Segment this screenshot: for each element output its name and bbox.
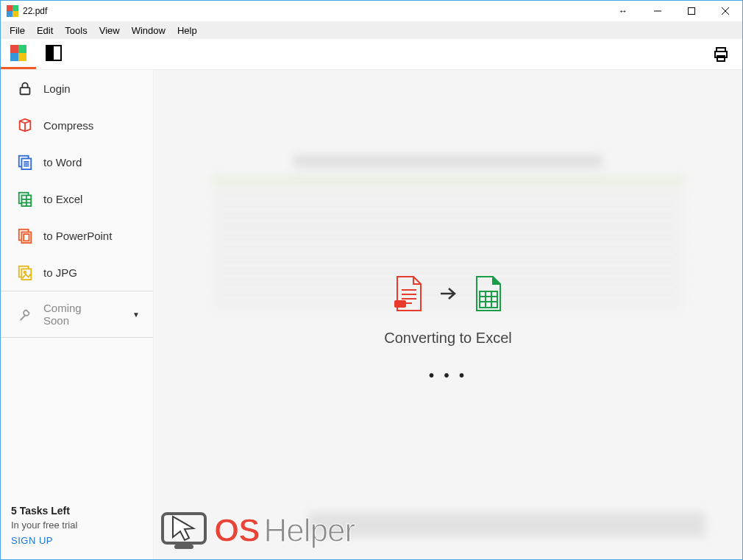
sidebar-item-label: to Excel (43, 193, 82, 205)
svg-rect-1 (13, 5, 18, 11)
watermark-text-os: OS (214, 512, 260, 549)
tasks-left-label: 5 Tasks Left (11, 505, 143, 517)
tab-reader[interactable] (36, 39, 71, 69)
powerpoint-icon (17, 227, 33, 244)
sidebar-item-label: to JPG (43, 266, 77, 279)
watermark-text-helper: Helper (264, 512, 355, 549)
svg-rect-9 (18, 45, 26, 53)
menu-edit[interactable]: Edit (31, 24, 59, 38)
window-controls: ↔ (605, 1, 742, 21)
sidebar-item-label: to PowerPoint (43, 230, 112, 242)
pdf-file-icon: PDF (391, 275, 425, 312)
menu-help[interactable]: Help (171, 24, 203, 38)
svg-rect-41 (480, 291, 497, 308)
svg-rect-3 (13, 11, 18, 17)
svg-rect-5 (689, 8, 695, 15)
sidebar-item-compress[interactable]: Compress (1, 107, 153, 143)
word-icon (17, 154, 33, 170)
sidebar-item-label: Compress (43, 119, 93, 132)
compress-icon (17, 117, 33, 133)
svg-rect-0 (7, 5, 13, 11)
wrench-icon (17, 306, 33, 322)
sidebar-item-to-excel[interactable]: to Excel (1, 180, 153, 217)
reader-icon (46, 45, 62, 61)
sidebar-item-to-powerpoint[interactable]: to PowerPoint (1, 217, 153, 254)
excel-file-icon (471, 275, 505, 312)
svg-rect-2 (7, 11, 13, 17)
svg-marker-48 (173, 517, 193, 540)
minimize-button[interactable] (641, 1, 675, 21)
svg-rect-13 (47, 46, 54, 60)
print-button[interactable] (705, 39, 736, 69)
svg-rect-11 (18, 53, 26, 61)
sidebar-item-label: Login (43, 82, 71, 95)
status-text: Converting to Excel (384, 330, 511, 347)
menu-view[interactable]: View (93, 24, 126, 38)
menubar: File Edit Tools View Window Help (1, 21, 742, 39)
sidebar-item-label: to Word (43, 156, 82, 169)
titlebar[interactable]: 22.pdf ↔ (1, 1, 742, 21)
resize-handle-icon[interactable]: ↔ (605, 6, 641, 16)
svg-text:PDF: PDF (395, 302, 406, 307)
toolbar (1, 39, 742, 70)
bottom-bar-blurred (308, 512, 705, 537)
app-window: 22.pdf ↔ File Edit Tools View Window Hel… (0, 0, 743, 560)
chevron-down-icon: ▼ (132, 311, 140, 319)
menu-file[interactable]: File (4, 24, 31, 38)
app-icon (7, 5, 18, 17)
window-title: 22.pdf (23, 6, 47, 16)
signup-button[interactable]: SIGN UP (11, 535, 143, 546)
loading-dots: • • • (384, 367, 511, 384)
svg-rect-47 (174, 545, 193, 549)
jpg-icon (17, 264, 33, 280)
watermark: OS Helper (158, 508, 355, 553)
body: Login Compress to Word to (1, 70, 742, 559)
trial-label: In your free trial (11, 520, 143, 531)
cursor-monitor-icon (158, 508, 210, 553)
menu-window[interactable]: Window (126, 24, 171, 38)
sidebar: Login Compress to Word to (1, 70, 154, 559)
arrow-right-icon (438, 284, 458, 303)
close-button[interactable] (708, 1, 742, 21)
tab-tools[interactable] (1, 39, 36, 69)
sidebar-footer: 5 Tasks Left In your free trial SIGN UP (1, 497, 153, 559)
svg-rect-8 (10, 45, 18, 53)
sidebar-item-coming-soon[interactable]: Coming Soon ▼ (1, 291, 153, 338)
sidebar-item-login[interactable]: Login (1, 70, 153, 107)
print-icon (712, 46, 730, 63)
svg-rect-10 (10, 53, 18, 61)
sidebar-item-to-word[interactable]: to Word (1, 143, 153, 180)
convert-icon-row: PDF (384, 275, 511, 312)
main-area: PDF Converting to Excel • • • (154, 70, 742, 559)
sidebar-item-to-jpg[interactable]: to JPG (1, 254, 153, 291)
sidebar-item-label: Coming Soon (43, 302, 109, 327)
lock-icon (17, 80, 33, 96)
maximize-button[interactable] (675, 1, 708, 21)
excel-icon (17, 191, 33, 207)
svg-rect-17 (21, 88, 30, 94)
menu-tools[interactable]: Tools (59, 24, 93, 38)
convert-status-panel: PDF Converting to Excel • • • (384, 275, 511, 384)
logo-icon (10, 45, 26, 61)
